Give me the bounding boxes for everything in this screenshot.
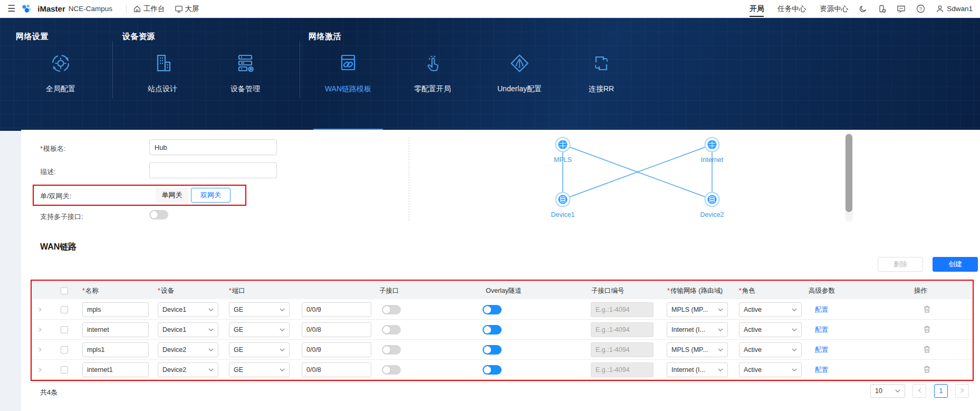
page-size-select[interactable]: 10 [870, 384, 905, 398]
subinterface-toggle[interactable] [382, 345, 401, 355]
multi-subinterface-toggle[interactable] [149, 210, 168, 219]
ribbon-item-zero-touch[interactable]: 零配置开局 [400, 51, 465, 94]
row-checkbox[interactable] [61, 346, 68, 353]
overlay-tunnel-toggle[interactable] [483, 325, 502, 334]
overlay-tunnel-toggle[interactable] [483, 365, 502, 375]
delete-row-icon[interactable] [924, 366, 930, 375]
dual-gateway-button[interactable]: 双网关 [191, 188, 230, 203]
subinterface-toggle[interactable] [382, 325, 401, 334]
ribbon-item-label: Underlay配置 [487, 84, 552, 94]
topbar: ☰ iMaster NCE-Campus 工作台 大屏 开局 任务中心 资源中心 [0, 0, 980, 18]
user-icon [936, 5, 944, 13]
subinterface-number-input[interactable] [591, 342, 654, 357]
menu-icon[interactable]: ☰ [7, 3, 15, 14]
delete-row-icon[interactable] [924, 305, 930, 315]
link-name-input[interactable] [82, 342, 149, 357]
chevron-down-icon [895, 389, 900, 393]
port-type-select[interactable]: GE [229, 342, 290, 357]
link-name-input[interactable] [82, 362, 149, 377]
column-header: *角色 [739, 282, 755, 299]
description-input[interactable] [149, 163, 277, 178]
device-select[interactable]: Device1 [158, 322, 218, 337]
port-number-input[interactable] [302, 322, 371, 337]
ribbon-item-device-manage[interactable]: 设备管理 [213, 51, 278, 94]
security-icon[interactable] [878, 5, 886, 13]
topnav-task-center[interactable]: 任务中心 [777, 0, 806, 17]
chevron-down-icon [208, 348, 214, 351]
big-screen-link[interactable]: 大屏 [175, 4, 199, 14]
port-type-select[interactable]: GE [229, 302, 290, 317]
product-name: iMaster [37, 4, 65, 13]
ribbon-item-global-config[interactable]: 全局配置 [28, 51, 93, 94]
row-checkbox[interactable] [61, 326, 68, 333]
port-number-input[interactable] [302, 342, 371, 357]
delete-row-icon[interactable] [924, 346, 930, 355]
topnav-resource-center[interactable]: 资源中心 [820, 0, 848, 17]
row-checkbox[interactable] [61, 306, 68, 313]
port-number-input[interactable] [302, 362, 371, 377]
chevron-down-icon [718, 328, 723, 331]
transport-network-select[interactable]: Internet (I... [667, 322, 728, 337]
topology-node-internet[interactable]: Internet [701, 138, 724, 164]
advanced-config-link[interactable]: 配置 [815, 326, 828, 334]
expand-icon[interactable]: › [39, 324, 42, 334]
device-manage-icon [213, 51, 278, 78]
advanced-config-link[interactable]: 配置 [815, 305, 828, 314]
topnav-open[interactable]: 开局 [750, 0, 764, 17]
delete-button[interactable]: 删除 [878, 257, 923, 272]
row-checkbox[interactable] [61, 366, 68, 374]
single-gateway-button[interactable]: 单网关 [156, 188, 188, 203]
overlay-tunnel-toggle[interactable] [483, 345, 502, 355]
advanced-config-link[interactable]: 配置 [815, 366, 828, 375]
link-name-input[interactable] [82, 302, 149, 317]
device-select[interactable]: Device1 [158, 302, 218, 317]
svg-text:Device1: Device1 [551, 211, 574, 218]
subinterface-number-input[interactable] [591, 362, 654, 377]
overlay-tunnel-toggle[interactable] [483, 305, 502, 314]
chevron-down-icon [718, 348, 723, 351]
expand-icon[interactable]: › [39, 304, 42, 314]
scrollbar-thumb[interactable] [846, 134, 852, 212]
expand-icon[interactable]: › [39, 344, 42, 355]
subinterface-toggle[interactable] [382, 305, 401, 314]
transport-network-select[interactable]: MPLS (MP... [667, 302, 728, 317]
port-type-select[interactable]: GE [229, 322, 290, 337]
role-select[interactable]: Active [739, 322, 802, 337]
help-icon[interactable]: ? [916, 4, 925, 13]
topology-node-mpls[interactable]: MPLS [554, 138, 572, 164]
workbench-link[interactable]: 工作台 [133, 4, 165, 14]
ribbon-item-label: 设备管理 [213, 84, 278, 94]
create-button[interactable]: 创建 [933, 257, 978, 272]
feedback-icon[interactable] [897, 5, 906, 13]
transport-network-select[interactable]: MPLS (MP... [667, 342, 728, 357]
expand-icon[interactable]: › [39, 364, 42, 375]
template-name-input[interactable] [149, 139, 277, 155]
user-menu[interactable]: Sdwan1 [936, 5, 973, 13]
next-page-button[interactable] [955, 384, 969, 398]
page-number-1[interactable]: 1 [934, 384, 948, 398]
role-select[interactable]: Active [739, 342, 802, 357]
select-all-checkbox[interactable] [61, 287, 68, 294]
subinterface-number-input[interactable] [591, 322, 654, 337]
delete-row-icon[interactable] [924, 326, 930, 335]
ribbon-item-wan-link-template[interactable]: WAN链路模板 [315, 51, 381, 94]
role-select[interactable]: Active [739, 302, 802, 317]
subinterface-toggle[interactable] [382, 365, 401, 375]
port-type-select[interactable]: GE [229, 362, 290, 377]
subinterface-number-input[interactable] [591, 302, 654, 317]
advanced-config-link[interactable]: 配置 [815, 346, 828, 355]
device-select[interactable]: Device2 [158, 362, 218, 377]
group-title-device-resources: 设备资源 [122, 32, 155, 42]
ribbon-item-site-design[interactable]: 站点设计 [130, 51, 195, 94]
port-number-input[interactable] [302, 302, 371, 317]
ribbon-item-underlay-config[interactable]: Underlay配置 [487, 51, 552, 94]
wan-link-icon [315, 51, 381, 78]
table-row: › Device2 GE Internet (I... Active 配置 [32, 360, 972, 380]
device-select[interactable]: Device2 [158, 342, 218, 357]
ribbon-item-connect-rr[interactable]: 连接RR [569, 51, 634, 94]
role-select[interactable]: Active [739, 362, 802, 377]
transport-network-select[interactable]: Internet (I... [667, 362, 728, 377]
moon-icon[interactable] [859, 5, 867, 13]
link-name-input[interactable] [82, 322, 149, 337]
prev-page-button[interactable] [912, 384, 926, 398]
